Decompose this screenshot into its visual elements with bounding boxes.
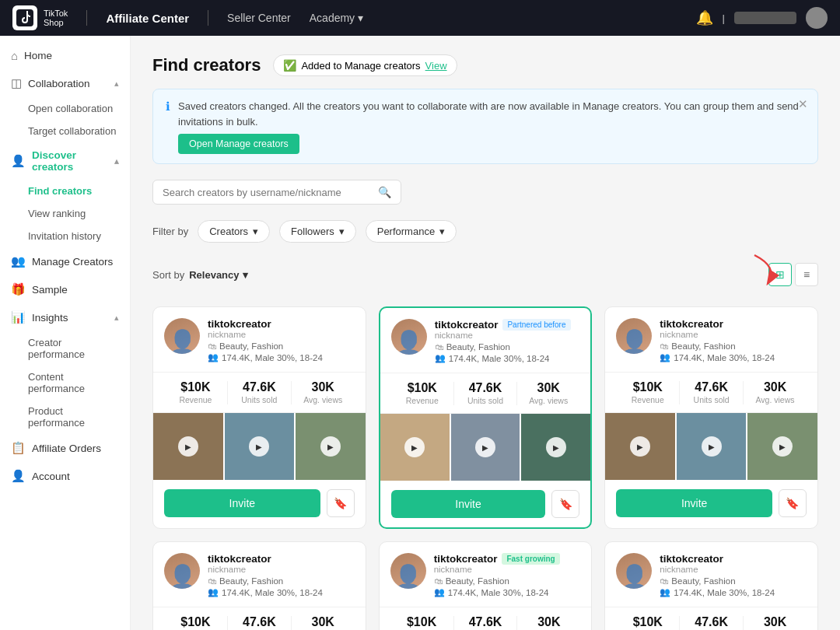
sidebar-item-find-creators[interactable]: Find creators bbox=[28, 180, 130, 202]
invite-button[interactable]: Invite bbox=[391, 490, 546, 518]
card-header: 👤 tiktokcreator nickname 🛍 Beauty, Fashi… bbox=[605, 307, 817, 372]
play-button[interactable]: ▶ bbox=[178, 436, 198, 457]
creator-nickname: nickname bbox=[208, 330, 355, 339]
stat-units-sold: 47.6K Units sold bbox=[454, 381, 516, 405]
discover-sub: Find creators View ranking Invitation hi… bbox=[0, 180, 130, 247]
discover-creators-icon: 👤 bbox=[11, 154, 26, 168]
sidebar-item-target-collaboration[interactable]: Target collaboration bbox=[28, 120, 130, 142]
shop-icon: 🛍 bbox=[435, 342, 443, 352]
avg-views-label: Avg. views bbox=[292, 395, 355, 404]
people-icon: 👥 bbox=[208, 352, 219, 362]
video-thumbnail[interactable]: ▶ bbox=[450, 414, 520, 481]
sort-select[interactable]: Relevancy ▾ bbox=[189, 269, 247, 281]
list-view-button[interactable]: ≡ bbox=[795, 263, 818, 286]
academy-link[interactable]: Academy ▾ bbox=[310, 12, 363, 24]
sidebar-item-collaboration[interactable]: ◫ Collaboration ▴ bbox=[0, 69, 130, 97]
main-layout: ⌂ Home ◫ Collaboration ▴ Open collaborat… bbox=[0, 36, 840, 630]
avatar: 👤 bbox=[616, 553, 652, 589]
creator-stats: $10K Revenue 47.6K Units sold 30K Avg. v… bbox=[605, 607, 817, 630]
revenue-label: Revenue bbox=[391, 396, 453, 405]
info-banner: ℹ Saved creators changed. All the creato… bbox=[152, 89, 818, 164]
sidebar-item-discover-creators[interactable]: 👤 Discover creators ▴ bbox=[0, 142, 130, 180]
play-button[interactable]: ▶ bbox=[404, 437, 425, 457]
stat-revenue: $10K Revenue bbox=[391, 381, 453, 405]
creator-audience: 👥 174.4K, Male 30%, 18-24 bbox=[208, 352, 355, 362]
play-button[interactable]: ▶ bbox=[475, 437, 495, 457]
creator-name: tiktokcreator bbox=[434, 553, 498, 565]
invite-button[interactable]: Invite bbox=[616, 489, 772, 517]
view-controls: ⊞ ≡ bbox=[716, 255, 818, 294]
sidebar-item-product-performance[interactable]: Product performance bbox=[28, 400, 130, 434]
affiliate-orders-icon: 📋 bbox=[11, 441, 26, 455]
close-banner-icon[interactable]: ✕ bbox=[798, 97, 808, 111]
bookmark-button[interactable]: 🔖 bbox=[551, 490, 579, 518]
avatar: 👤 bbox=[391, 319, 427, 355]
video-thumbnail[interactable]: ▶ bbox=[520, 414, 590, 481]
stat-avg-views: 30K Avg. views bbox=[517, 615, 580, 630]
sidebar-item-content-performance[interactable]: Content performance bbox=[28, 366, 130, 400]
bookmark-button[interactable]: 🔖 bbox=[779, 489, 807, 517]
logo[interactable]: TikTokShop bbox=[12, 5, 68, 30]
video-thumbnail[interactable]: ▶ bbox=[605, 413, 675, 480]
play-button[interactable]: ▶ bbox=[320, 436, 341, 457]
video-thumbnail[interactable]: ▶ bbox=[223, 413, 295, 480]
stat-avg-views: 30K Avg. views bbox=[292, 615, 355, 630]
sample-icon: 🎁 bbox=[11, 282, 26, 296]
creator-stats: $10K Revenue 47.6K Units sold 30K Avg. v… bbox=[605, 372, 817, 413]
avatar-silhouette-icon: 👤 bbox=[394, 565, 422, 589]
creator-info: 👤 tiktokcreator nickname 🛍 Beauty, Fashi… bbox=[164, 318, 355, 364]
creator-name: tiktokcreator bbox=[660, 553, 723, 565]
play-button[interactable]: ▶ bbox=[546, 437, 566, 457]
open-manage-creators-button[interactable]: Open Manage creators bbox=[178, 134, 299, 154]
card-header: 👤 tiktokcreator nickname 🛍 Beauty, Fashi… bbox=[153, 307, 366, 372]
creator-nickname: nickname bbox=[208, 565, 355, 574]
sidebar-item-creator-performance[interactable]: Creator performance bbox=[28, 331, 130, 366]
filter-performance-button[interactable]: Performance ▾ bbox=[366, 220, 457, 243]
sidebar-item-insights[interactable]: 📊 Insights ▴ bbox=[0, 303, 130, 331]
creator-info: 👤 tiktokcreator nickname 🛍 Beauty, Fashi… bbox=[616, 553, 807, 599]
play-button[interactable]: ▶ bbox=[772, 436, 793, 457]
revenue-value: $10K bbox=[391, 381, 453, 395]
avatar: 👤 bbox=[164, 553, 200, 589]
creator-info: 👤 tiktokcreator nickname 🛍 Beauty, Fashi… bbox=[616, 318, 807, 364]
sidebar-item-affiliate-orders[interactable]: 📋 Affiliate Orders bbox=[0, 434, 130, 462]
video-thumbnail[interactable]: ▶ bbox=[746, 413, 817, 480]
page-title: Find creators bbox=[152, 55, 261, 75]
sidebar-item-account[interactable]: 👤 Account bbox=[0, 462, 130, 490]
video-thumbnail[interactable]: ▶ bbox=[153, 413, 223, 480]
avatar-silhouette-icon: 👤 bbox=[620, 331, 649, 354]
search-input[interactable] bbox=[163, 187, 372, 198]
invite-button[interactable]: Invite bbox=[164, 489, 320, 517]
play-button[interactable]: ▶ bbox=[630, 436, 650, 457]
filter-followers-button[interactable]: Followers ▾ bbox=[279, 220, 356, 243]
bookmark-button[interactable]: 🔖 bbox=[327, 489, 355, 517]
sidebar-item-sample[interactable]: 🎁 Sample bbox=[0, 275, 130, 303]
stat-avg-views: 30K Avg. views bbox=[517, 381, 579, 405]
filter-creators-button[interactable]: Creators ▾ bbox=[198, 220, 270, 243]
partnered-badge: Partnered before bbox=[502, 319, 570, 331]
people-icon: 👥 bbox=[660, 587, 670, 597]
sidebar-item-manage-creators[interactable]: 👥 Manage Creators bbox=[0, 247, 130, 275]
creator-category: 🛍 Beauty, Fashion bbox=[660, 341, 807, 351]
play-button[interactable]: ▶ bbox=[249, 436, 269, 457]
video-thumbnail[interactable]: ▶ bbox=[294, 413, 366, 480]
sidebar-item-view-ranking[interactable]: View ranking bbox=[28, 202, 130, 225]
filter-by-label: Filter by bbox=[152, 226, 188, 237]
notification-bell-icon[interactable]: 🔔 bbox=[696, 9, 713, 26]
creator-category: 🛍 Beauty, Fashion bbox=[208, 576, 355, 586]
seller-center-link[interactable]: Seller Center bbox=[227, 12, 291, 24]
avatar[interactable] bbox=[806, 7, 828, 29]
sidebar-item-open-collaboration[interactable]: Open collaboration bbox=[28, 97, 130, 120]
sidebar-item-invitation-history[interactable]: Invitation history bbox=[28, 225, 130, 247]
sidebar-item-home[interactable]: ⌂ Home bbox=[0, 42, 130, 69]
view-link[interactable]: View bbox=[425, 60, 447, 72]
search-box[interactable]: 🔍 bbox=[152, 180, 401, 205]
video-thumbnail[interactable]: ▶ bbox=[380, 414, 450, 481]
video-thumbnail[interactable]: ▶ bbox=[675, 413, 747, 480]
nav-divider-2 bbox=[208, 10, 208, 26]
card-header: 👤 tiktokcreator Partnered before nicknam… bbox=[380, 308, 591, 373]
sort-chevron-icon: ▾ bbox=[243, 269, 248, 281]
creator-name-row: tiktokcreator bbox=[208, 318, 355, 330]
play-button[interactable]: ▶ bbox=[702, 436, 722, 457]
creator-card: 👤 tiktokcreator Fast growing nickname 🛍 … bbox=[379, 541, 593, 630]
